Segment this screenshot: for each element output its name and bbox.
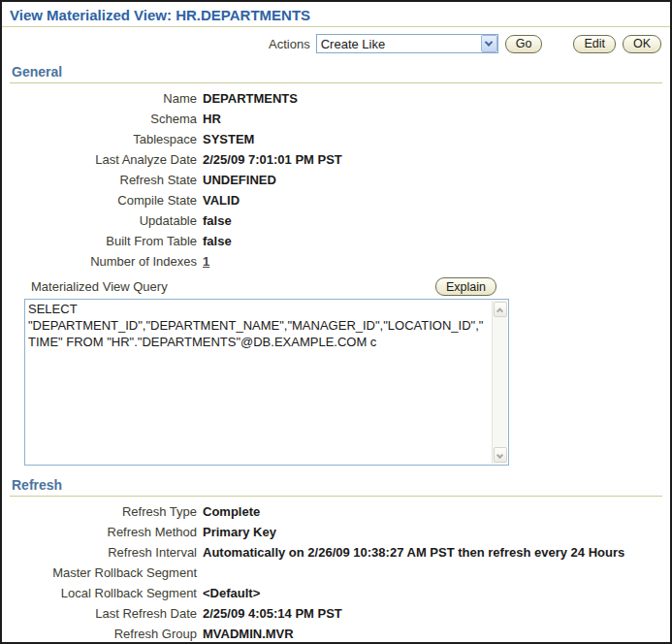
field-row-last-refresh-date: Last Refresh Date 2/25/09 4:05:14 PM PST [10, 603, 662, 624]
actions-dropdown[interactable]: Create Like [316, 34, 498, 53]
field-value: 2/25/09 4:05:14 PM PST [203, 603, 662, 624]
textarea-scrollbar[interactable] [492, 301, 507, 464]
field-row-last-analyze-date: Last Analyze Date 2/25/09 7:01:01 PM PST [10, 149, 662, 170]
refresh-section-heading: Refresh [10, 477, 662, 497]
actions-toolbar: Actions Create Like Go Edit OK [2, 27, 670, 58]
field-label: Built From Table [10, 231, 203, 251]
field-row-schema: Schema HR [10, 109, 662, 129]
field-row-refresh-group: Refresh Group MVADMIN.MVR [10, 624, 662, 644]
field-value: 2/25/09 7:01:01 PM PST [203, 149, 662, 170]
field-label: Refresh Method [10, 522, 203, 542]
page-title: View Materialized View: HR.DEPARTMENTS [2, 2, 670, 26]
general-field-list: Name DEPARTMENTS Schema HR Tablespace SY… [10, 88, 662, 272]
go-button[interactable]: Go [505, 35, 543, 53]
field-row-refresh-interval: Refresh Interval Automatically on 2/26/0… [10, 542, 662, 563]
actions-dropdown-value: Create Like [317, 37, 385, 51]
field-value: false [203, 210, 662, 231]
materialized-view-query-block: Materialized View Query Explain SELECT "… [24, 277, 509, 466]
scroll-down-icon[interactable] [494, 447, 507, 463]
field-label: Refresh State [10, 170, 203, 190]
field-row-refresh-state: Refresh State UNDEFINED [10, 170, 662, 190]
field-value: Primary Key [203, 522, 662, 542]
general-section-heading: General [10, 64, 662, 83]
general-section: General Name DEPARTMENTS Schema HR Table… [10, 64, 662, 466]
field-value: 1 [203, 251, 662, 272]
field-row-built-from-table: Built From Table false [10, 231, 662, 251]
field-label: Last Refresh Date [10, 603, 203, 624]
field-label: Name [10, 88, 203, 109]
field-label: Master Rollback Segment [10, 563, 203, 583]
query-header: Materialized View Query Explain [24, 277, 509, 296]
dropdown-arrow-icon[interactable] [481, 35, 497, 52]
field-label: Tablespace [10, 129, 203, 149]
field-value: UNDEFINED [203, 170, 662, 190]
field-value: VALID [203, 190, 662, 210]
actions-label: Actions [269, 37, 310, 51]
field-value: SYSTEM [203, 129, 662, 149]
query-label: Materialized View Query [24, 277, 168, 296]
field-row-compile-state: Compile State VALID [10, 190, 662, 210]
field-row-refresh-method: Refresh Method Primary Key [10, 522, 662, 542]
ok-button[interactable]: OK [623, 35, 661, 53]
refresh-field-list: Refresh Type Complete Refresh Method Pri… [10, 501, 662, 644]
field-row-name: Name DEPARTMENTS [10, 88, 662, 109]
indexes-count-link[interactable]: 1 [203, 254, 209, 269]
field-row-tablespace: Tablespace SYSTEM [10, 129, 662, 149]
view-materialized-view-page: View Materialized View: HR.DEPARTMENTS A… [0, 0, 672, 644]
field-label: Refresh Type [10, 501, 203, 522]
field-value: HR [203, 109, 662, 129]
field-value: DEPARTMENTS [203, 88, 662, 109]
field-value: false [203, 231, 662, 251]
field-row-refresh-type: Refresh Type Complete [10, 501, 662, 522]
field-value: Complete [203, 501, 662, 522]
field-value: Automatically on 2/26/09 10:38:27 AM PST… [203, 542, 662, 563]
field-label: Updatable [10, 210, 203, 231]
field-label: Number of Indexes [10, 251, 203, 272]
field-label: Compile State [10, 190, 203, 210]
scroll-up-icon[interactable] [494, 302, 507, 317]
edit-button[interactable]: Edit [573, 35, 616, 53]
field-row-master-rollback-segment: Master Rollback Segment [10, 563, 662, 583]
field-label: Refresh Group [10, 624, 203, 644]
field-value [203, 563, 662, 583]
explain-button[interactable]: Explain [435, 277, 496, 296]
field-label: Last Analyze Date [10, 149, 203, 170]
field-label: Refresh Interval [10, 542, 203, 563]
field-label: Local Rollback Segment [10, 583, 203, 603]
field-value: MVADMIN.MVR [203, 624, 662, 644]
field-row-updatable: Updatable false [10, 210, 662, 231]
field-label: Schema [10, 109, 203, 129]
query-textarea[interactable]: SELECT "DEPARTMENT_ID","DEPARTMENT_NAME"… [25, 300, 508, 465]
field-row-number-of-indexes: Number of Indexes 1 [10, 251, 662, 272]
field-value: <Default> [203, 583, 662, 603]
query-textarea-frame: SELECT "DEPARTMENT_ID","DEPARTMENT_NAME"… [24, 299, 509, 466]
field-row-local-rollback-segment: Local Rollback Segment <Default> [10, 583, 662, 603]
refresh-section: Refresh Refresh Type Complete Refresh Me… [10, 477, 662, 644]
